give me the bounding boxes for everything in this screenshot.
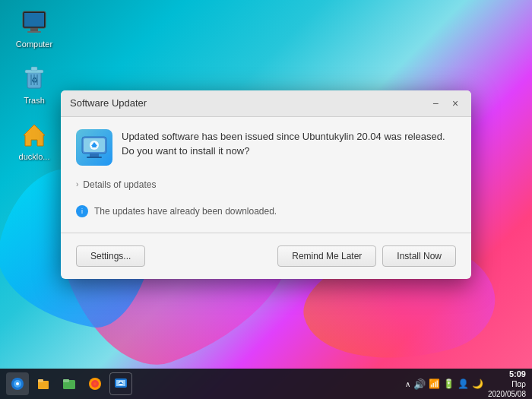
dialog-footer-left: Settings... [76,245,277,267]
dialog-message: Updated software has been issued since U… [122,129,456,159]
dialog-title: Software Updater [70,97,147,109]
info-icon: i [76,205,88,217]
software-updater-dialog: Software Updater − × [61,90,471,279]
dialog-details: › Details of updates [76,176,456,193]
dialog-header: Updated software has been issued since U… [76,129,456,166]
details-toggle[interactable]: › Details of updates [76,176,456,193]
dialog-titlebar: Software Updater − × [61,90,471,117]
status-message: The updates have already been downloaded… [94,206,277,217]
dialog-content: Updated software has been issued since U… [61,117,471,279]
settings-button[interactable]: Settings... [76,245,145,267]
dialog-controls: − × [429,97,462,110]
close-button[interactable]: × [448,97,462,110]
dialog-footer-right: Remind Me Later Install Now [277,245,456,267]
minimize-button[interactable]: − [429,97,442,110]
dialog-status: i The updates have already been download… [76,201,456,222]
remind-later-button[interactable]: Remind Me Later [277,245,376,267]
svg-rect-18 [92,146,97,147]
dialog-footer: Settings... Remind Me Later Install Now [76,242,456,267]
svg-rect-15 [87,157,102,158]
chevron-right-icon: › [76,180,78,188]
install-now-button[interactable]: Install Now [382,245,456,267]
details-toggle-label: Details of updates [83,179,156,190]
desktop: Computer ♻ Trash [0,0,532,399]
updater-app-icon [76,129,112,166]
dialog-overlay: Software Updater − × [0,0,532,399]
dialog-separator [61,233,471,233]
svg-rect-14 [90,154,99,157]
